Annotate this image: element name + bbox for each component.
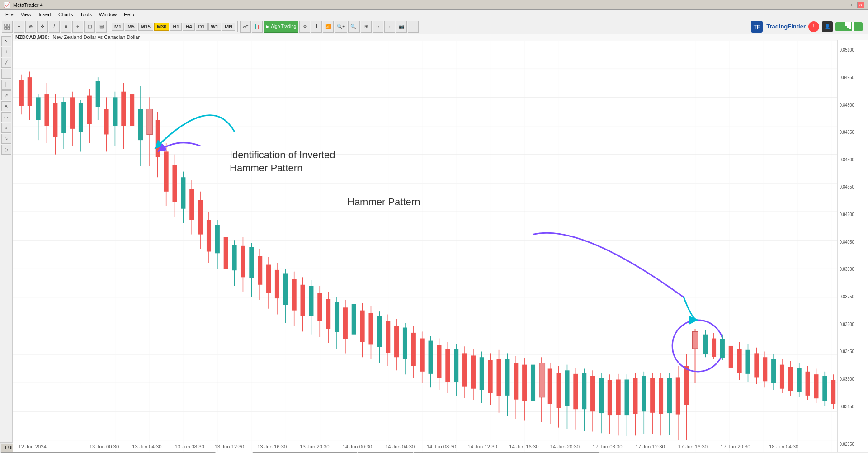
fib-tool[interactable]: ∿ [1,134,11,144]
svg-text:18 Jun 04:30: 18 Jun 04:30 [769,444,798,449]
svg-rect-60 [156,120,160,157]
svg-text:0.83600: 0.83600 [840,321,854,327]
tf-d1[interactable]: D1 [196,23,208,31]
cursor-button[interactable]: ⊕ [25,21,36,33]
new-chart-button[interactable] [2,21,13,33]
svg-text:13 Jun 20:30: 13 Jun 20:30 [300,444,329,449]
zoom-out-chart-button[interactable]: 🔍- [348,21,359,33]
signals-button[interactable]: 📶 [323,21,334,33]
tf-mn[interactable]: MN [222,23,235,31]
indicators-button[interactable]: ⌖ [72,21,83,33]
svg-text:14 Jun 04:30: 14 Jun 04:30 [385,444,415,449]
line-tool[interactable]: ╱ [1,58,11,68]
price-scale: 0.85100 0.84950 0.84800 0.84650 0.84500 … [837,40,868,452]
menu-item-tools[interactable]: Tools [76,11,95,18]
period-sep-button[interactable]: ▤ [96,21,107,33]
menu-item-view[interactable]: View [17,11,35,18]
main-area: ↖ ✛ ╱ ─ │ ↗ A ▭ ○ ∿ ⟨⟩ NZDCAD,M30: New Z… [0,34,868,442]
svg-rect-74 [215,225,220,253]
objects-list-button[interactable]: ≣ [408,21,419,33]
svg-rect-218 [822,376,827,401]
screenshot-button[interactable]: 📷 [396,21,407,33]
channel-tool[interactable]: ⟨⟩ [1,145,11,155]
crosshair-button[interactable]: ✛ [37,21,48,33]
svg-rect-7 [258,26,259,28]
account-button[interactable]: 👤 [822,21,833,32]
cursor-tool[interactable]: ↖ [1,36,11,46]
candle-chart-button[interactable] [252,21,263,33]
svg-rect-46 [96,81,100,107]
svg-text:14 Jun 12:30: 14 Jun 12:30 [467,444,497,449]
svg-rect-180 [667,378,672,413]
vline-tool[interactable]: │ [1,80,11,90]
templates-button[interactable]: ◰ [84,21,95,33]
zoom-in-chart-button[interactable]: 🔍+ [335,21,347,33]
line-button[interactable]: / [49,21,60,33]
objects-button[interactable]: ≡ [61,21,71,33]
menu-item-charts[interactable]: Charts [55,11,76,18]
svg-rect-44 [87,96,92,124]
crosshair-tool[interactable]: ✛ [1,47,11,57]
menu-item-insert[interactable]: Insert [35,11,55,18]
svg-rect-106 [352,304,356,335]
svg-rect-198 [737,349,742,373]
tf-m30[interactable]: M30 [154,23,169,31]
svg-text:13 Jun 04:30: 13 Jun 04:30 [132,444,161,449]
tf-w1[interactable]: W1 [208,23,222,31]
svg-rect-152 [548,368,552,404]
notification-badge[interactable]: ! [808,21,819,32]
auto-scroll-button[interactable]: ↔ [373,21,383,33]
menu-item-file[interactable]: File [2,11,17,18]
svg-text:14 Jun 00:30: 14 Jun 00:30 [343,444,372,449]
text-tool[interactable]: A [1,101,11,111]
svg-text:0.83150: 0.83150 [840,404,854,409]
rectangle-tool[interactable]: ▭ [1,112,11,122]
ellipse-tool[interactable]: ○ [1,123,11,133]
tf-h1[interactable]: H1 [170,23,182,31]
hline-tool[interactable]: ─ [1,69,11,79]
svg-rect-92 [292,279,297,310]
tf-m1[interactable]: M1 [112,23,124,31]
svg-rect-168 [616,380,621,415]
svg-rect-78 [232,245,237,270]
left-toolbar: ↖ ✛ ╱ ─ │ ↗ A ▭ ○ ∿ ⟨⟩ [0,34,13,442]
svg-rect-158 [573,374,578,409]
chart-shift-button[interactable]: →| [384,21,395,33]
svg-rect-112 [377,316,382,347]
svg-rect-90 [283,273,288,304]
svg-rect-120 [411,333,416,366]
svg-rect-30 [28,77,32,106]
close-button[interactable]: ✕ [857,2,864,8]
chart-description: New Zealand Dollar vs Canadian Dollar [53,34,140,40]
chart-canvas[interactable]: 12 Jun 2024 13 Jun 00:30 13 Jun 04:30 13… [13,40,837,452]
maximize-button[interactable]: □ [849,2,856,8]
grid-button[interactable]: ⊞ [361,21,372,33]
svg-rect-100 [326,299,330,329]
svg-rect-160 [582,373,586,410]
svg-rect-186 [692,331,698,349]
svg-rect-148 [531,365,535,401]
arrow-tool[interactable]: ↗ [1,90,11,100]
svg-text:13 Jun 08:30: 13 Jun 08:30 [175,444,204,449]
svg-rect-176 [650,378,655,413]
minimize-button[interactable]: ─ [841,2,848,8]
sep1 [109,21,109,32]
svg-rect-200 [745,350,750,374]
one-click-button[interactable]: 1 [311,21,322,33]
svg-rect-206 [771,359,776,383]
svg-rect-96 [309,286,313,316]
svg-rect-108 [360,311,365,342]
expert-props-button[interactable]: ⚙ [299,21,310,33]
svg-rect-88 [275,270,279,298]
svg-rect-138 [488,360,493,393]
svg-rect-70 [198,200,203,235]
tf-h4[interactable]: H4 [183,23,194,31]
tf-m15[interactable]: M15 [138,23,153,31]
zoom-in-button[interactable]: + [14,21,24,33]
tf-m5[interactable]: M5 [125,23,137,31]
menu-item-help[interactable]: Help [120,11,138,18]
algo-trading-button[interactable]: ▶ Algo Trading [264,21,298,33]
menu-item-window[interactable]: Window [95,11,120,18]
svg-rect-210 [788,367,793,391]
line-chart-button[interactable] [240,21,251,33]
